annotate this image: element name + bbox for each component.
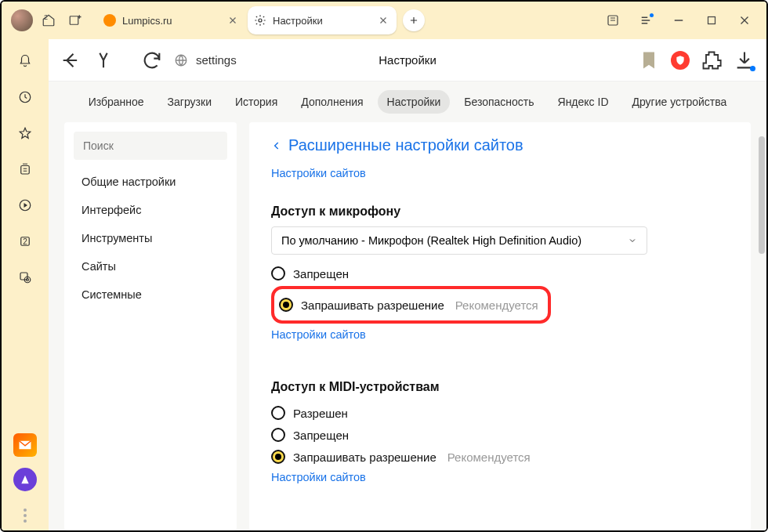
settings-content: Избранное Загрузки История Дополнения На… [49, 81, 766, 530]
nav-other-devices[interactable]: Другие устройства [623, 90, 737, 114]
home-icon[interactable] [38, 9, 60, 31]
url-text: settings [196, 53, 237, 67]
radio-icon [271, 266, 285, 280]
reader-icon[interactable] [600, 9, 625, 31]
menu-lines-icon[interactable] [633, 9, 658, 31]
titlebar: Lumpics.ru Настройки [2, 2, 766, 39]
close-icon[interactable] [378, 15, 389, 26]
midi-radio-deny[interactable]: Запрещен [271, 424, 729, 446]
new-tab-button[interactable] [403, 9, 425, 31]
radio-icon [271, 428, 285, 442]
main-area: settings Настройки Избранное Загрузки Ис… [49, 39, 766, 530]
tab-title: Lumpics.ru [122, 15, 221, 27]
nav-yandex-id[interactable]: Яндекс ID [549, 90, 618, 114]
midi-radio-ask[interactable]: Запрашивать разрешение Рекомендуется [271, 446, 729, 468]
radio-label: Запрещен [293, 429, 349, 442]
breadcrumb-back[interactable]: Расширенные настройки сайтов [271, 136, 729, 154]
tab-strip: Lumpics.ru Настройки [97, 6, 596, 34]
mail-icon[interactable] [13, 433, 37, 457]
mic-select-value: По умолчанию - Микрофон (Realtek High De… [281, 234, 581, 247]
radio-icon [271, 406, 285, 420]
recommended-label: Рекомендуется [447, 451, 531, 464]
adblock-icon[interactable] [671, 51, 690, 70]
nav-favorites[interactable]: Избранное [79, 90, 154, 114]
bookmark-icon[interactable] [638, 49, 660, 71]
highlight-annotation: Запрашивать разрешение Рекомендуется [271, 286, 551, 324]
gear-icon [254, 14, 266, 27]
sidebar-item-general[interactable]: Общие настройки [64, 168, 237, 196]
star-icon[interactable] [13, 121, 38, 146]
settings-sidebar: Общие настройки Интерфейс Инструменты Са… [64, 122, 237, 530]
close-icon[interactable] [227, 15, 238, 26]
nav-security[interactable]: Безопасность [455, 90, 543, 114]
midi-radio-allow[interactable]: Разрешен [271, 402, 729, 424]
downloads-icon[interactable] [734, 49, 755, 71]
sidebar-item-tools[interactable]: Инструменты [64, 224, 237, 252]
address-bar: settings Настройки [49, 39, 766, 81]
alice-icon[interactable] [13, 468, 37, 491]
svg-rect-0 [70, 16, 78, 25]
yandex-icon[interactable] [92, 49, 114, 71]
bell-icon[interactable] [13, 49, 38, 74]
tab-settings[interactable]: Настройки [248, 6, 397, 34]
link-site-settings-3[interactable]: Настройки сайтов [271, 471, 366, 483]
back-button[interactable] [60, 49, 82, 71]
window-close-icon[interactable] [732, 9, 757, 31]
reload-button[interactable] [141, 49, 163, 71]
midi-heading: Доступ к MIDI-устройствам [271, 380, 729, 394]
extensions-icon[interactable] [701, 49, 723, 71]
svg-point-1 [259, 19, 262, 22]
radio-icon [271, 450, 285, 464]
nav-settings[interactable]: Настройки [378, 90, 451, 114]
nav-history[interactable]: История [226, 90, 287, 114]
settings-search [74, 132, 227, 160]
chevron-down-icon [628, 236, 637, 245]
left-sidebar: 2 [2, 39, 49, 530]
settings-panel: Расширенные настройки сайтов Настройки с… [249, 122, 751, 530]
mic-radio-deny[interactable]: Запрещен [271, 262, 729, 284]
tab-title: Настройки [273, 15, 371, 27]
screenshot-icon[interactable] [13, 265, 38, 290]
more-dots-icon[interactable] [24, 508, 27, 523]
sidebar-item-sites[interactable]: Сайты [64, 252, 237, 280]
link-site-settings-2[interactable]: Настройки сайтов [271, 328, 366, 341]
recommended-label: Рекомендуется [455, 299, 538, 312]
collections-icon[interactable] [13, 157, 38, 182]
settings-topnav: Избранное Загрузки История Дополнения На… [49, 81, 766, 122]
tab-lumpics[interactable]: Lumpics.ru [97, 6, 246, 34]
radio-label: Запрашивать разрешение [293, 451, 437, 464]
new-window-icon[interactable] [64, 9, 86, 31]
chevron-left-icon [271, 140, 282, 151]
mic-radio-ask[interactable]: Запрашивать разрешение Рекомендуется [279, 294, 538, 316]
nav-addons[interactable]: Дополнения [292, 90, 372, 114]
search-input[interactable] [74, 132, 227, 160]
favicon-lumpics [103, 14, 116, 27]
maximize-icon[interactable] [699, 9, 724, 31]
svg-rect-3 [708, 17, 715, 24]
profile-avatar[interactable] [11, 9, 33, 31]
link-site-settings-1[interactable]: Настройки сайтов [271, 167, 366, 179]
tabs-count-icon[interactable]: 2 [13, 229, 38, 254]
mic-heading: Доступ к микрофону [271, 204, 729, 219]
breadcrumb-text: Расширенные настройки сайтов [288, 136, 523, 154]
radio-icon [279, 298, 293, 312]
page-title: Настройки [379, 53, 437, 67]
sidebar-item-interface[interactable]: Интерфейс [64, 196, 237, 224]
nav-downloads[interactable]: Загрузки [158, 90, 221, 114]
radio-label: Запрашивать разрешение [301, 299, 444, 312]
svg-rect-5 [21, 166, 30, 175]
site-lock-icon [174, 53, 188, 67]
sidebar-item-system[interactable]: Системные [64, 280, 237, 309]
mic-device-select[interactable]: По умолчанию - Микрофон (Realtek High De… [271, 226, 647, 255]
clock-icon[interactable] [13, 85, 38, 110]
scrollbar-thumb[interactable] [759, 136, 765, 254]
play-icon[interactable] [13, 193, 38, 218]
radio-label: Запрещен [293, 267, 349, 280]
radio-label: Разрешен [293, 407, 348, 420]
minimize-icon[interactable] [666, 9, 691, 31]
